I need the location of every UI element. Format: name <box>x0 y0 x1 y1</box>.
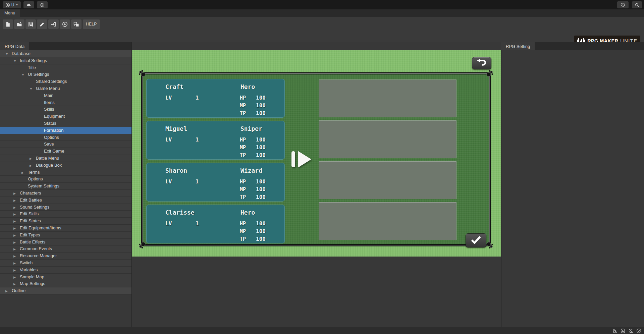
tree-item-title[interactable]: Title <box>0 64 131 71</box>
party-card-clarisse[interactable]: ClarisseLV1HeroHP100MP100TP100 <box>146 205 285 243</box>
foldout-closed-icon[interactable]: ▶ <box>30 162 36 169</box>
menu-item-menu[interactable]: Menu <box>0 9 20 17</box>
debugger-disabled-icon[interactable] <box>612 328 618 334</box>
tree-item-characters[interactable]: ▶Characters <box>0 190 131 197</box>
tree-item-outline[interactable]: ▶Outline <box>0 287 131 294</box>
party-card-craft[interactable]: CraftLV1HeroHP100MP100TP100 <box>146 79 285 118</box>
tree-item-edit-types[interactable]: ▶Edit Types <box>0 232 131 239</box>
tree-item-save[interactable]: Save <box>0 141 131 148</box>
tree-item-battle-menu[interactable]: ▶Battle Menu <box>0 155 131 162</box>
tree-item-options[interactable]: Options <box>0 176 131 183</box>
tree-item-status[interactable]: Status <box>0 120 131 127</box>
empty-party-slot[interactable] <box>319 202 457 240</box>
foldout-closed-icon[interactable]: ▶ <box>13 225 20 232</box>
foldout-closed-icon[interactable]: ▶ <box>13 204 20 211</box>
tree-item-exit-game[interactable]: Exit Game <box>0 148 131 155</box>
foldout-open-icon[interactable]: ▼ <box>5 51 12 58</box>
mp-value: 100 <box>246 102 266 109</box>
tree-item-resource-manager[interactable]: ▶Resource Manager <box>0 253 131 260</box>
party-card-sharon[interactable]: SharonLV1WizardHP100MP100TP100 <box>146 163 285 202</box>
scene-layout-button[interactable] <box>71 19 82 29</box>
tree-item-edit-equipment-items[interactable]: ▶Edit Equipment/Items <box>0 225 131 232</box>
foldout-closed-icon[interactable]: ▶ <box>30 155 36 162</box>
tree-item-edit-skills[interactable]: ▶Edit Skills <box>0 211 131 218</box>
tree-item-database[interactable]: ▼Database <box>0 50 131 57</box>
tree-item-skills[interactable]: Skills <box>0 106 131 113</box>
edit-pencil-button[interactable] <box>37 19 47 29</box>
foldout-closed-icon[interactable]: ▶ <box>13 281 20 288</box>
mp-label: MP <box>240 103 246 109</box>
hp-label: HP <box>240 179 246 185</box>
member-class: Hero <box>240 209 255 216</box>
foldout-open-icon[interactable]: ▼ <box>21 71 28 78</box>
new-file-button[interactable] <box>3 19 13 29</box>
cloud-services-button[interactable] <box>23 1 34 8</box>
empty-party-slot[interactable] <box>319 161 457 199</box>
foldout-closed-icon[interactable]: ▶ <box>5 288 12 295</box>
foldout-closed-icon[interactable]: ▶ <box>13 211 20 218</box>
foldout-closed-icon[interactable]: ▶ <box>13 253 20 260</box>
status-check-icon[interactable] <box>636 328 642 334</box>
tree-item-label: System Settings <box>28 183 59 188</box>
empty-party-slot[interactable] <box>319 79 457 117</box>
tree-item-edit-states[interactable]: ▶Edit States <box>0 218 131 225</box>
lv-label: LV <box>165 220 172 227</box>
foldout-closed-icon[interactable]: ▶ <box>13 232 20 239</box>
tree-item-equipment[interactable]: Equipment <box>0 113 131 120</box>
save-button[interactable] <box>25 19 36 29</box>
tab-rpg-data[interactable]: RPG Data <box>0 42 29 50</box>
tree-item-ui-settings[interactable]: ▼UI Settings <box>0 71 131 78</box>
unity-top-bar: U ▼ <box>0 0 644 9</box>
back-button[interactable] <box>472 57 491 69</box>
tree-item-map-settings[interactable]: ▶Map Settings <box>0 280 131 287</box>
tree-item-shared-settings[interactable]: Shared Settings <box>0 78 131 85</box>
tree-item-variables[interactable]: ▶Variables <box>0 267 131 274</box>
foldout-closed-icon[interactable]: ▶ <box>21 169 28 176</box>
play-circle-button[interactable] <box>60 19 70 29</box>
foldout-closed-icon[interactable]: ▶ <box>13 274 20 281</box>
confirm-button[interactable] <box>466 233 486 247</box>
account-button[interactable]: U ▼ <box>3 1 21 8</box>
tree-item-items[interactable]: Items <box>0 99 131 106</box>
foldout-closed-icon[interactable]: ▶ <box>13 246 20 253</box>
tree-item-main[interactable]: Main <box>0 92 131 99</box>
foldout-closed-icon[interactable]: ▶ <box>13 197 20 204</box>
tree-item-common-events[interactable]: ▶Common Events <box>0 245 131 253</box>
foldout-closed-icon[interactable]: ▶ <box>13 239 20 246</box>
tree-item-options[interactable]: Options <box>0 134 131 141</box>
tree-item-label: Outline <box>12 288 25 293</box>
search-button[interactable] <box>632 1 642 8</box>
undo-history-button[interactable] <box>617 1 629 8</box>
person-icon <box>5 3 10 7</box>
foldout-closed-icon[interactable]: ▶ <box>13 267 20 274</box>
foldout-open-icon[interactable]: ▼ <box>13 58 20 65</box>
tree-item-sound-settings[interactable]: ▶Sound Settings <box>0 204 131 211</box>
foldout-closed-icon[interactable]: ▶ <box>13 260 20 267</box>
hp-value: 100 <box>246 95 266 101</box>
tree-item-dialogue-box[interactable]: ▶Dialogue Box <box>0 162 131 169</box>
member-class: Sniper <box>240 125 262 132</box>
tree-item-edit-battles[interactable]: ▶Edit Battles <box>0 197 131 204</box>
cache-server-disabled-icon[interactable] <box>620 328 626 334</box>
tree-item-sample-map[interactable]: ▶Sample Map <box>0 274 131 281</box>
import-button[interactable] <box>48 19 59 29</box>
empty-party-slot[interactable] <box>319 120 457 158</box>
auto-refresh-disabled-icon[interactable] <box>628 328 634 334</box>
tree-item-formation[interactable]: Formation <box>0 127 131 134</box>
tree-item-battle-effects[interactable]: ▶Battle Effects <box>0 239 131 246</box>
tab-rpg-setting[interactable]: RPG Setting <box>501 42 535 50</box>
foldout-closed-icon[interactable]: ▶ <box>13 218 20 225</box>
tree-item-terms[interactable]: ▶Terms <box>0 169 131 176</box>
foldout-open-icon[interactable]: ▼ <box>30 86 36 93</box>
tree-item-initial-settings[interactable]: ▼Initial Settings <box>0 57 131 64</box>
tree-item-switch[interactable]: ▶Switch <box>0 260 131 267</box>
game-preview-area: CraftLV1HeroHP100MP100TP100MiguelLV1Snip… <box>132 50 501 257</box>
help-button[interactable]: HELP <box>83 19 100 29</box>
open-project-button[interactable] <box>14 19 24 29</box>
tree-item-game-menu[interactable]: ▼Game Menu <box>0 85 131 92</box>
party-card-miguel[interactable]: MiguelLV1SniperHP100MP100TP100 <box>146 121 285 160</box>
version-control-button[interactable] <box>37 1 48 8</box>
foldout-closed-icon[interactable]: ▶ <box>13 190 20 197</box>
tree-item-system-settings[interactable]: System Settings <box>0 183 131 190</box>
tree-item-label: Switch <box>20 260 33 265</box>
